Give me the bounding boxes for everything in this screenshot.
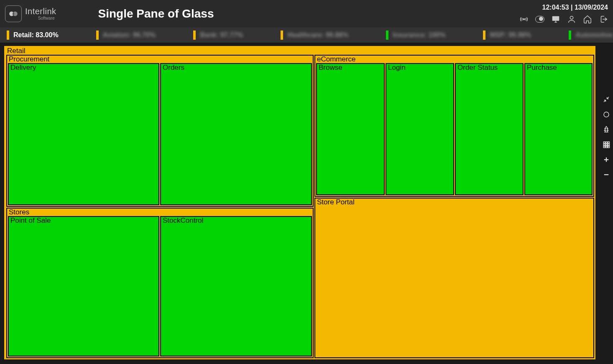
brand-logo: Interlink Software xyxy=(5,5,56,22)
ticker-label: Healthcare: 99.88% xyxy=(287,31,348,39)
ticker-label: Insurance: 100% xyxy=(393,31,445,39)
treemap-root-title: Retail xyxy=(5,47,594,55)
panel-ecommerce[interactable]: eCommerce Browse Login Order Status Purc… xyxy=(314,55,594,197)
ticker-bar xyxy=(281,31,283,40)
ticker-bar xyxy=(96,31,99,40)
ticker-item[interactable]: Automotive: 100% xyxy=(569,31,613,40)
tree-icon[interactable] xyxy=(602,125,611,134)
ticker-label: Bank: 97.77% xyxy=(200,31,243,39)
cell-browse[interactable]: Browse xyxy=(316,63,385,195)
ticker-label: Retail: 83.00% xyxy=(13,31,59,39)
panel-title: eCommerce xyxy=(315,56,593,63)
grid-icon[interactable] xyxy=(602,140,611,149)
display-icon[interactable] xyxy=(551,15,560,24)
brand-name: Interlink xyxy=(25,7,56,15)
svg-point-5 xyxy=(604,112,609,117)
cell-delivery[interactable]: Delivery xyxy=(8,63,159,205)
clock: 12:04:53 | 13/09/2024 xyxy=(542,4,608,11)
ticker-item[interactable]: MSP: 99.98% xyxy=(483,31,531,40)
ticker-bar xyxy=(386,31,388,40)
cell-purchase[interactable]: Purchase xyxy=(524,63,593,195)
cell-orders[interactable]: Orders xyxy=(160,63,312,205)
svg-rect-11 xyxy=(608,144,610,146)
panel-title: Stores xyxy=(7,209,313,216)
cell-pos[interactable]: Point of Sale xyxy=(8,216,159,356)
cell-title: Login xyxy=(386,64,453,71)
collapse-icon[interactable] xyxy=(602,95,611,104)
ticker-label: Aviation: 96.70% xyxy=(103,31,156,39)
cell-title: Orders xyxy=(161,64,311,71)
cell-orderstatus[interactable]: Order Status xyxy=(455,63,524,195)
cell-title: Point of Sale xyxy=(9,217,158,224)
panel-stores[interactable]: Stores Point of Sale StockControl xyxy=(6,208,314,358)
svg-rect-10 xyxy=(606,144,608,146)
svg-point-2 xyxy=(524,19,525,20)
ticker-label: MSP: 99.98% xyxy=(490,31,531,39)
svg-rect-9 xyxy=(603,144,605,146)
panel-title: Procurement xyxy=(7,56,313,63)
user-icon[interactable] xyxy=(567,15,576,24)
header-icons xyxy=(519,15,608,24)
ticker-item[interactable]: Aviation: 96.70% xyxy=(96,31,156,40)
cell-storeportal[interactable]: Store Portal xyxy=(314,198,594,358)
ticker-label: Automotive: 100% xyxy=(575,31,613,39)
ticker-item[interactable]: Insurance: 100% xyxy=(386,31,445,40)
svg-rect-7 xyxy=(606,142,608,143)
cell-title: Order Status xyxy=(456,64,523,71)
svg-rect-14 xyxy=(608,146,610,148)
zoom-in-icon[interactable] xyxy=(602,155,611,164)
svg-rect-13 xyxy=(606,146,608,148)
brand-logo-badge xyxy=(5,5,22,22)
home-icon[interactable] xyxy=(583,15,592,24)
cell-title: Delivery xyxy=(9,64,158,71)
treemap-retail: Retail Procurement Delivery Orders Store… xyxy=(4,46,595,359)
svg-rect-8 xyxy=(608,142,610,143)
svg-rect-3 xyxy=(552,16,559,21)
svg-rect-12 xyxy=(603,146,605,148)
page-title: Single Pane of Glass xyxy=(98,7,214,20)
zoom-out-icon[interactable] xyxy=(602,170,611,179)
panel-procurement[interactable]: Procurement Delivery Orders xyxy=(6,55,314,207)
cell-title: StockControl xyxy=(161,217,311,224)
main-area: Retail Procurement Delivery Orders Store… xyxy=(0,43,613,364)
ticker-bar xyxy=(569,31,571,40)
broadcast-icon[interactable] xyxy=(519,15,529,24)
status-ticker: Retail: 83.00% Aviation: 96.70% Bank: 97… xyxy=(0,28,613,43)
ticker-bar xyxy=(193,31,196,40)
ticker-item[interactable]: Bank: 97.77% xyxy=(193,31,243,40)
side-toolbar xyxy=(600,74,613,179)
svg-point-4 xyxy=(570,16,573,19)
ticker-item[interactable]: Healthcare: 99.88% xyxy=(281,31,348,40)
logout-icon[interactable] xyxy=(599,15,608,24)
circle-icon[interactable] xyxy=(602,110,611,119)
theme-toggle[interactable] xyxy=(535,15,544,24)
cell-stockcontrol[interactable]: StockControl xyxy=(160,216,312,356)
ticker-bar xyxy=(7,31,9,40)
app-header: Interlink Software Single Pane of Glass … xyxy=(0,0,613,28)
ticker-bar xyxy=(483,31,485,40)
cell-title: Browse xyxy=(317,64,384,71)
brand-sub: Software xyxy=(38,16,54,20)
svg-rect-6 xyxy=(603,142,605,143)
cell-login[interactable]: Login xyxy=(386,63,454,195)
ticker-item-retail[interactable]: Retail: 83.00% xyxy=(7,31,59,40)
cell-title: Purchase xyxy=(525,64,592,71)
cell-title: Store Portal xyxy=(315,199,593,206)
